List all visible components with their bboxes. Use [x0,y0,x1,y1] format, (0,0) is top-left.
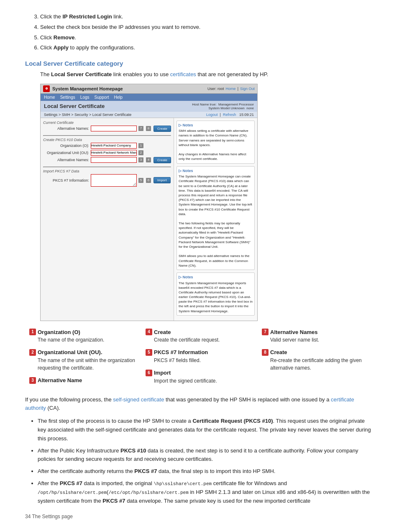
step-6: Click Apply to apply the configurations. [40,44,374,52]
annotation-grid: 1Organization (O) The name of the organi… [25,329,374,390]
smh-breadcrumb: Settings > SMH > Security > Local Server… [41,112,257,118]
notes-text-2: The System Management Homepage can creat… [179,174,253,268]
ann-title-2: Organizational Unit (OU). [38,349,102,355]
code-1: \hp\sslshare\cert.pem [154,481,212,486]
host-name-value: true: [210,103,217,106]
breadcrumb-text: Settings > SMH > Security > Local Server… [44,113,131,117]
alt-names-input-2[interactable] [91,157,137,163]
org-row: Organization (O): 1 [43,143,171,149]
intro-bold: Local Server Certificate [51,71,112,77]
process-intro: If you use the following process, the se… [25,396,374,413]
step-4: Select the check box beside the IP addre… [40,23,374,32]
certificates-link[interactable]: certificates [170,71,196,77]
nav-logs[interactable]: Logs [80,95,90,100]
nav-support[interactable]: Support [95,95,109,100]
cert-authority-link[interactable]: certificate authority [25,396,354,411]
badge-7: 7 [138,126,143,131]
home-link[interactable]: Home [226,87,236,91]
alt-names-label: Alternative Names: [43,126,89,131]
org-label: Organization (O): [43,144,89,148]
smh-main-content: Current Certificate Alternative Names: 7… [41,118,257,321]
notes-title-1: ▷ Notes [179,123,253,128]
smh-logo: ⊕ [43,85,50,92]
ann-num-3: 3 [29,377,36,384]
import-btn[interactable]: Import [153,177,171,183]
step-3: Click the IP Restricted Login link. [40,13,374,21]
section-intro: The Local Server Certificate link enable… [40,70,374,79]
bullet-3-bold: PKCS #7 [134,468,157,474]
annotation-col-3: 7Alternative Names Valid server name lis… [258,329,374,390]
ann-num-8: 8 [262,349,269,356]
badge-4: 4 [146,157,151,162]
alt-names-row-1: Alternative Names: 7 8 Create [43,126,171,132]
ann-desc-5: PKCS #7 fields filled. [146,357,253,364]
smh-titlebar: ⊕ System Management Homepage User: root … [41,84,257,94]
step-5: Click Remove. [40,33,374,42]
section-heading: Local Server Certificate category [25,60,374,67]
create-btn-2[interactable]: Create [153,157,171,163]
badge-6: 6 [146,178,151,183]
ann-desc-8: Re-create the certificate adding the giv… [262,357,370,372]
ann-title-5: PKCS #7 Information [154,349,208,355]
alt-names-label-2: Alternative Names: [43,158,89,162]
pkcs7-input[interactable] [91,174,137,187]
bullet-1-bold: Certificate Request (PKCS #10) [192,418,273,424]
annotation-1: 1Organization (O) The name of the organi… [29,329,137,344]
bullet-4-bold: PKCS #7 [60,480,82,486]
signout-link[interactable]: Sign Out [240,87,255,91]
smh-user-info: User: root Home | Sign Out [207,87,255,91]
ann-num-2: 2 [29,349,36,356]
host-name-label: Host Name [192,103,209,106]
none-label: none [246,106,254,110]
smh-page-title: Local Server Certificate [44,103,105,109]
nav-settings[interactable]: Settings [60,95,75,100]
ou-input[interactable] [91,150,137,156]
step-5-bold: Remove [54,34,75,41]
ann-num-6: 6 [146,370,152,376]
pkcs7-row: PKCS #7 Information: 5 6 Import [43,174,171,187]
ann-title-7: Alternative Names [270,329,317,335]
bullet-2-bold: PKCS #10 [120,447,146,454]
system-model-label: System Model [208,106,230,110]
badge-2: 2 [138,150,143,155]
ann-title-1: Organization (O) [38,329,80,335]
current-cert-label: Current Certificate [43,121,171,125]
badge-3: 3 [138,157,143,162]
annotation-4: 4Create Create the certificate request. [146,329,253,344]
annotation-2: 2Organizational Unit (OU). The name of t… [29,349,137,372]
ann-desc-6: Import the signed certificate. [146,377,253,385]
smh-host-info: Host Name true: Management Processor Sys… [192,103,254,110]
separator: | [238,87,238,91]
ann-desc-4: Create the certificate request. [146,336,253,344]
ann-desc-1: The name of the organization. [29,336,137,344]
page-footer: 34 The Settings page [25,514,374,519]
ann-title-8: Create [270,349,287,355]
nav-home[interactable]: Home [44,95,55,100]
bullet-4: After the PKCS #7 data is imported, the … [38,479,374,505]
annotation-8: 8Create Re-create the certificate adding… [262,349,370,372]
user-label: User: root [207,87,224,91]
code-2: /opt/hp/sslshare/cert.pem [38,490,107,495]
nav-help[interactable]: Help [114,95,123,100]
bullet-1: The first step of the process is to caus… [38,417,374,443]
ou-row: Organizational Unit (OU): 2 [43,150,171,156]
current-cert-section: Current Certificate Alternative Names: 7… [43,121,171,132]
step-6-bold: Apply [54,44,69,51]
self-signed-cert-link[interactable]: self-signed certificate [113,396,164,403]
notes-box-1: ▷ Notes SMH allows setting a certificate… [176,121,255,164]
refresh-btn[interactable]: Refresh [223,113,236,117]
ann-title-3: Alternative Name [38,377,82,383]
bullet-2: After the Public Key Infrastructure PKCS… [38,447,374,464]
create-pkcs-label: Create PKCS #10 Data [43,138,171,142]
smh-left-panel: Current Certificate Alternative Names: 7… [41,118,174,321]
org-input[interactable] [91,143,137,149]
notes-text-3: The System Management Homepage imports b… [179,281,253,314]
create-btn-1[interactable]: Create [153,126,171,132]
notes-title-3: ▷ Notes [179,275,253,280]
process-bullets: The first step of the process is to caus… [38,417,374,505]
logout-btn[interactable]: Logout [206,113,218,117]
smh-title: System Management Homepage [52,86,205,91]
system-model-value: Unknown [230,106,244,110]
alt-names-input-1[interactable] [91,126,137,131]
import-pkcs-section: Import PKCS #7 Data PKCS #7 Information:… [43,169,171,187]
